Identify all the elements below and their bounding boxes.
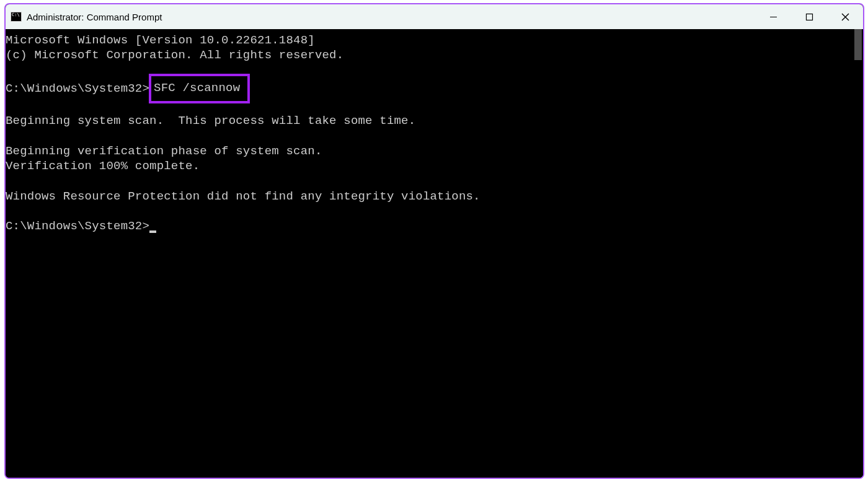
output-line: Microsoft Windows [Version 10.0.22621.18… xyxy=(6,33,853,48)
scrollbar-thumb[interactable] xyxy=(854,29,862,60)
blank-line xyxy=(6,128,853,143)
output-line: Windows Resource Protection did not find… xyxy=(6,189,853,204)
close-button[interactable] xyxy=(827,4,863,29)
output-line: (c) Microsoft Corporation. All rights re… xyxy=(6,48,853,63)
blank-line xyxy=(6,63,853,78)
prompt-line: C:\Windows\System32>SFC /scannow xyxy=(6,78,853,99)
window-title: Administrator: Command Prompt xyxy=(27,12,162,22)
prompt-path: C:\Windows\System32> xyxy=(6,219,149,233)
maximize-icon xyxy=(805,13,813,21)
titlebar-left: Administrator: Command Prompt xyxy=(11,12,162,22)
terminal-body[interactable]: Microsoft Windows [Version 10.0.22621.18… xyxy=(6,29,863,478)
prompt-line: C:\Windows\System32> xyxy=(6,219,853,234)
window-controls xyxy=(755,4,863,29)
cursor xyxy=(149,230,156,233)
command-text: SFC /scannow xyxy=(154,81,240,95)
prompt-path: C:\Windows\System32> xyxy=(6,81,149,95)
command-highlight: SFC /scannow xyxy=(149,74,250,103)
command-prompt-window: Administrator: Command Prompt Microsoft … xyxy=(4,3,864,479)
maximize-button[interactable] xyxy=(791,4,827,29)
cmd-icon xyxy=(11,12,22,22)
blank-line xyxy=(6,99,853,113)
output-line: Beginning system scan. This process will… xyxy=(6,113,853,128)
svg-rect-1 xyxy=(806,14,812,20)
output-line: Verification 100% complete. xyxy=(6,159,853,173)
blank-line xyxy=(6,173,853,188)
scrollbar[interactable] xyxy=(853,29,863,478)
blank-line xyxy=(6,204,853,219)
terminal-content: Microsoft Windows [Version 10.0.22621.18… xyxy=(6,29,853,478)
minimize-button[interactable] xyxy=(755,4,791,29)
close-icon xyxy=(841,13,849,21)
minimize-icon xyxy=(769,13,777,21)
output-line: Beginning verification phase of system s… xyxy=(6,144,853,159)
titlebar[interactable]: Administrator: Command Prompt xyxy=(6,4,863,29)
